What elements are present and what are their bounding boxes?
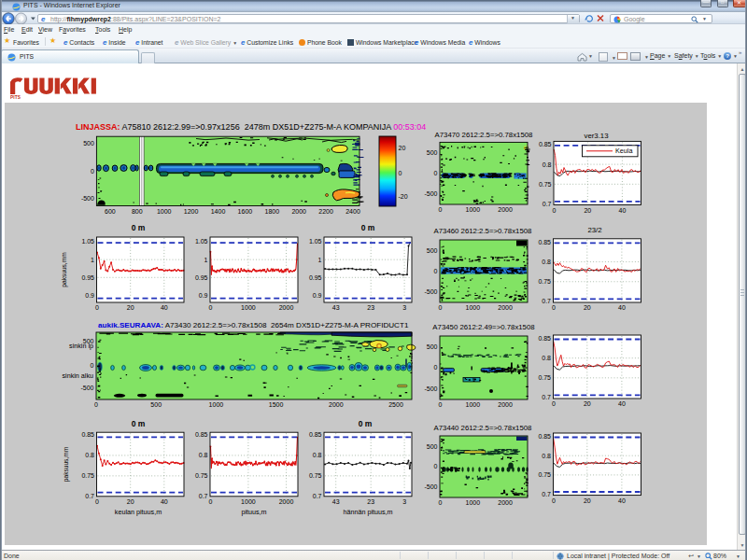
- svg-text:40: 40: [618, 400, 626, 407]
- svg-text:20: 20: [584, 207, 591, 214]
- svg-text:0: 0: [434, 364, 438, 371]
- svg-text:0: 0: [552, 497, 556, 504]
- svg-text:23: 23: [367, 498, 374, 505]
- svg-text:-500: -500: [424, 190, 437, 197]
- svg-text:1000: 1000: [466, 499, 481, 506]
- svg-text:1000: 1000: [466, 206, 481, 213]
- svg-text:1: 1: [91, 257, 94, 263]
- svg-text:0.75: 0.75: [195, 472, 208, 479]
- svg-text:0 m: 0 m: [359, 419, 373, 428]
- svg-text:0.85: 0.85: [195, 431, 208, 438]
- svg-text:0.85: 0.85: [539, 141, 552, 147]
- svg-text:0.85: 0.85: [538, 433, 551, 440]
- svg-text:2200: 2200: [318, 208, 333, 215]
- svg-text:500: 500: [427, 149, 438, 156]
- svg-text:0.85: 0.85: [309, 431, 322, 438]
- svg-text:0: 0: [434, 170, 438, 176]
- svg-text:23: 23: [367, 304, 374, 311]
- svg-text:0.95: 0.95: [195, 274, 208, 281]
- svg-text:2000: 2000: [498, 499, 513, 506]
- svg-text:0.85: 0.85: [538, 335, 551, 342]
- svg-text:hännän pituus,m: hännän pituus,m: [343, 508, 392, 516]
- svg-text:1.05: 1.05: [195, 238, 208, 245]
- svg-text:20: 20: [399, 145, 406, 151]
- svg-text:paksuus,mm: paksuus,mm: [63, 446, 70, 482]
- svg-text:0.8: 0.8: [313, 452, 322, 458]
- svg-text:1: 1: [204, 257, 208, 263]
- svg-text:0.8: 0.8: [542, 355, 551, 361]
- svg-text:0.95: 0.95: [309, 274, 322, 281]
- svg-text:43: 43: [332, 498, 340, 505]
- svg-text:0.7: 0.7: [199, 493, 208, 499]
- svg-text:0.9: 0.9: [85, 292, 94, 299]
- svg-text:pituus,m: pituus,m: [241, 508, 266, 516]
- svg-text:0.8: 0.8: [199, 452, 208, 458]
- svg-text:-500: -500: [424, 483, 437, 490]
- svg-text:0.85: 0.85: [81, 431, 94, 438]
- svg-text:2000: 2000: [279, 498, 294, 505]
- svg-text:Keula: Keula: [615, 147, 632, 155]
- svg-text:0.7: 0.7: [542, 491, 551, 497]
- svg-text:0.8: 0.8: [542, 453, 551, 459]
- svg-text:0 m: 0 m: [132, 419, 146, 428]
- svg-text:0: 0: [95, 304, 99, 311]
- svg-text:2400: 2400: [345, 208, 360, 215]
- svg-text:0: 0: [439, 499, 443, 506]
- svg-text:2000: 2000: [329, 401, 344, 408]
- svg-text:500: 500: [83, 140, 94, 147]
- svg-text:1400: 1400: [211, 208, 226, 215]
- svg-text:500: 500: [427, 443, 438, 450]
- svg-text:0: 0: [94, 401, 98, 408]
- svg-text:0: 0: [434, 463, 438, 469]
- svg-text:500: 500: [427, 343, 438, 350]
- svg-text:0: 0: [439, 401, 443, 408]
- svg-text:-500: -500: [424, 385, 437, 392]
- svg-text:2000: 2000: [291, 208, 306, 215]
- svg-text:0.7: 0.7: [542, 394, 551, 400]
- svg-text:0: 0: [209, 498, 213, 505]
- svg-text:23/2: 23/2: [587, 226, 601, 234]
- svg-text:500: 500: [150, 401, 162, 408]
- svg-text:40: 40: [161, 498, 168, 505]
- svg-text:0.9: 0.9: [313, 292, 322, 299]
- svg-text:A73450 2612:2.49=>0.78x1508: A73450 2612:2.49=>0.78x1508: [432, 323, 534, 331]
- svg-text:500: 500: [427, 247, 438, 254]
- svg-text:3: 3: [402, 498, 406, 505]
- svg-text:40: 40: [618, 304, 626, 311]
- svg-text:aukik.SEURAAVA: A73430 2612:2.: aukik.SEURAAVA: A73430 2612:2.5=>0.78x15…: [98, 321, 409, 329]
- svg-text:1500: 1500: [269, 401, 284, 408]
- svg-text:PITS: PITS: [10, 95, 21, 100]
- svg-text:ver3.13: ver3.13: [584, 132, 608, 140]
- svg-text:1.05: 1.05: [309, 238, 322, 245]
- svg-text:keulan pituus,m: keulan pituus,m: [115, 508, 162, 516]
- svg-text:0: 0: [91, 168, 94, 175]
- svg-text:0: 0: [439, 206, 443, 213]
- svg-text:800: 800: [132, 208, 143, 215]
- svg-text:1000: 1000: [466, 401, 481, 408]
- svg-text:0: 0: [209, 304, 213, 311]
- svg-text:0: 0: [439, 304, 443, 311]
- svg-text:43: 43: [332, 304, 340, 311]
- svg-text:-500: -500: [80, 385, 93, 391]
- svg-text:-20: -20: [399, 193, 408, 200]
- svg-text:0.7: 0.7: [543, 201, 552, 207]
- svg-text:A73470 2612:2.5=>0.78x1508: A73470 2612:2.5=>0.78x1508: [435, 131, 533, 139]
- svg-text:0.75: 0.75: [309, 472, 322, 479]
- svg-text:A73460 2612:2.5=>0.78x1508: A73460 2612:2.5=>0.78x1508: [434, 227, 532, 235]
- svg-text:A73440 2612:2.5=>0.78x1508: A73440 2612:2.5=>0.78x1508: [434, 424, 532, 432]
- svg-text:1000: 1000: [466, 304, 481, 311]
- svg-text:0: 0: [552, 400, 556, 407]
- svg-text:1000: 1000: [157, 208, 172, 215]
- svg-text:0.8: 0.8: [85, 452, 94, 458]
- svg-text:40: 40: [618, 497, 626, 504]
- svg-text:0.85: 0.85: [538, 239, 551, 245]
- svg-text:20: 20: [127, 304, 134, 311]
- svg-text:0.7: 0.7: [313, 493, 322, 499]
- svg-text:20: 20: [584, 497, 591, 504]
- svg-text:2000: 2000: [498, 304, 513, 311]
- svg-text:0.7: 0.7: [85, 493, 94, 499]
- svg-text:1600: 1600: [238, 208, 253, 215]
- svg-text:0: 0: [95, 498, 99, 505]
- svg-text:0 m: 0 m: [132, 223, 146, 232]
- svg-text:0.7: 0.7: [542, 298, 551, 304]
